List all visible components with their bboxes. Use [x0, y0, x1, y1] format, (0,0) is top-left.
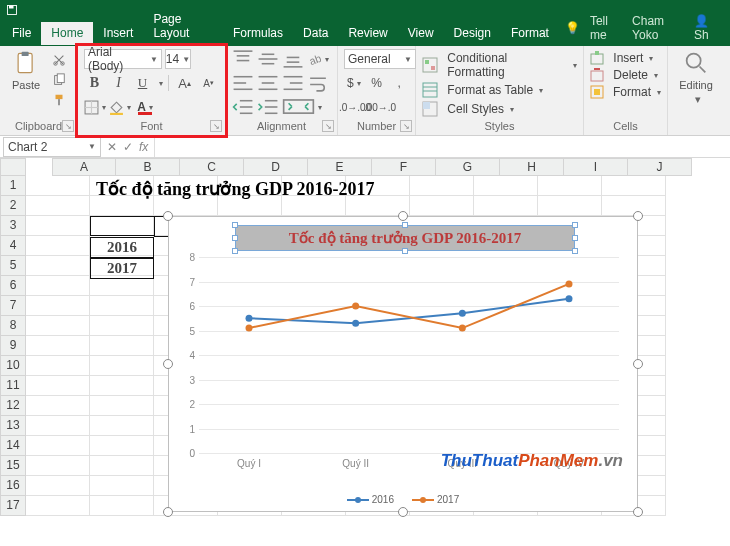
cell[interactable]	[90, 456, 154, 476]
bold-button[interactable]: B	[84, 73, 105, 93]
tab-home[interactable]: Home	[41, 22, 93, 46]
align-center-icon[interactable]	[257, 73, 279, 93]
col-head[interactable]: F	[372, 158, 436, 176]
chart-handle[interactable]	[633, 211, 643, 221]
cell[interactable]	[26, 196, 90, 216]
row-head[interactable]: 7	[0, 296, 26, 316]
delete-cells[interactable]: Delete▾	[590, 68, 661, 82]
cell[interactable]	[90, 416, 154, 436]
fx-icon[interactable]: fx	[139, 140, 148, 154]
tab-page-layout[interactable]: Page Layout	[143, 8, 223, 46]
number-format-dropdown[interactable]: General▼	[344, 49, 416, 69]
cell[interactable]	[474, 196, 538, 216]
chart-legend[interactable]: 2016 2017	[169, 494, 637, 505]
save-icon[interactable]	[6, 4, 18, 19]
cell[interactable]	[26, 236, 90, 256]
dec-indent-icon[interactable]	[232, 97, 254, 117]
col-head[interactable]: A	[52, 158, 116, 176]
dec-decimal-icon[interactable]: .00→.0	[369, 97, 391, 117]
cell[interactable]	[90, 396, 154, 416]
tab-format[interactable]: Format	[501, 22, 559, 46]
cell[interactable]	[26, 176, 90, 196]
font-dialog-icon[interactable]: ↘	[210, 120, 222, 132]
col-head[interactable]: I	[564, 158, 628, 176]
cell[interactable]	[538, 196, 602, 216]
row-head[interactable]: 10	[0, 356, 26, 376]
cell[interactable]	[474, 176, 538, 196]
align-right-icon[interactable]	[282, 73, 304, 93]
chart-handle[interactable]	[633, 359, 643, 369]
chart-handle[interactable]	[398, 507, 408, 517]
row-head[interactable]: 6	[0, 276, 26, 296]
tab-review[interactable]: Review	[338, 22, 397, 46]
row-head[interactable]: 11	[0, 376, 26, 396]
chart-handle[interactable]	[163, 507, 173, 517]
italic-button[interactable]: I	[108, 73, 129, 93]
cell[interactable]	[26, 356, 90, 376]
name-box[interactable]: Chart 2▼	[3, 137, 101, 157]
format-as-table[interactable]: Format as Table▾	[422, 82, 577, 98]
grow-font-icon[interactable]: A▴	[174, 73, 195, 93]
inc-decimal-icon[interactable]: .0→.00	[344, 97, 366, 117]
col-head[interactable]: C	[180, 158, 244, 176]
cell[interactable]	[90, 336, 154, 356]
align-top-icon[interactable]	[232, 49, 254, 69]
merge-center-icon[interactable]: ▾	[282, 97, 322, 117]
underline-dropdown-icon[interactable]: ▾	[159, 79, 163, 88]
font-name-dropdown[interactable]: Arial (Body)▼	[84, 49, 162, 69]
row-head[interactable]: 1	[0, 176, 26, 196]
cell[interactable]	[90, 496, 154, 516]
cell[interactable]	[26, 316, 90, 336]
formula-input[interactable]	[154, 137, 730, 157]
fill-color-icon[interactable]: ▾	[109, 97, 131, 117]
align-bottom-icon[interactable]	[282, 49, 304, 69]
cell[interactable]	[90, 476, 154, 496]
cell[interactable]	[26, 496, 90, 516]
wrap-text-icon[interactable]	[307, 73, 329, 93]
row-head[interactable]: 15	[0, 456, 26, 476]
borders-icon[interactable]: ▾	[84, 97, 106, 117]
user-name[interactable]: Cham Yoko	[632, 14, 684, 42]
cell[interactable]	[26, 456, 90, 476]
chart-plot-area[interactable]: 012345678Quý IQuý IIQuý IIIQuý IV	[199, 257, 619, 453]
format-cells[interactable]: Format▾	[590, 85, 661, 99]
cell[interactable]	[410, 196, 474, 216]
chart-handle[interactable]	[163, 359, 173, 369]
cell-styles[interactable]: Cell Styles▾	[422, 101, 577, 117]
font-size-dropdown[interactable]: 14▼	[165, 49, 191, 69]
chart-handle[interactable]	[633, 507, 643, 517]
chart-object[interactable]: Tốc độ tăng trưởng GDP 2016-2017 0123456…	[168, 216, 638, 512]
align-left-icon[interactable]	[232, 73, 254, 93]
cell[interactable]	[26, 436, 90, 456]
clipboard-dialog-icon[interactable]: ↘	[62, 120, 74, 132]
col-head[interactable]: E	[308, 158, 372, 176]
inc-indent-icon[interactable]	[257, 97, 279, 117]
cell[interactable]	[26, 216, 90, 236]
tell-me[interactable]: Tell me	[590, 14, 622, 42]
row-head[interactable]: 17	[0, 496, 26, 516]
insert-cells[interactable]: Insert▾	[590, 51, 661, 65]
row-head[interactable]: 2	[0, 196, 26, 216]
cell[interactable]	[26, 256, 90, 276]
cell[interactable]	[90, 316, 154, 336]
row-head[interactable]: 13	[0, 416, 26, 436]
row-head[interactable]: 12	[0, 396, 26, 416]
row-head[interactable]: 14	[0, 436, 26, 456]
col-head[interactable]: B	[116, 158, 180, 176]
cell[interactable]	[26, 296, 90, 316]
tab-insert[interactable]: Insert	[93, 22, 143, 46]
col-head[interactable]: J	[628, 158, 692, 176]
chart-title[interactable]: Tốc độ tăng trưởng GDP 2016-2017	[235, 225, 575, 249]
number-dialog-icon[interactable]: ↘	[400, 120, 412, 132]
font-color-icon[interactable]: A▾	[134, 97, 156, 117]
tab-formulas[interactable]: Formulas	[223, 22, 293, 46]
conditional-formatting[interactable]: Conditional Formatting▾	[422, 51, 577, 79]
share-button[interactable]: 👤 Sh	[694, 14, 722, 42]
align-middle-icon[interactable]	[257, 49, 279, 69]
row-head[interactable]: 16	[0, 476, 26, 496]
format-painter-icon[interactable]	[50, 91, 68, 109]
select-all-corner[interactable]	[0, 158, 26, 176]
chart-handle[interactable]	[398, 211, 408, 221]
underline-button[interactable]: U	[132, 73, 153, 93]
tab-file[interactable]: File	[2, 22, 41, 46]
